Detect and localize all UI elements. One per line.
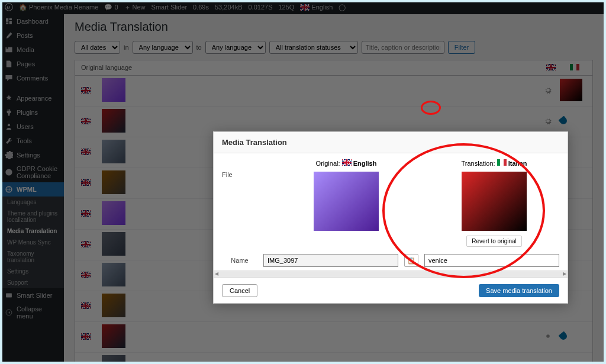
translation-column: Translation: Italian Revert to original bbox=[429, 159, 559, 247]
original-name-input bbox=[263, 254, 398, 267]
translation-preview bbox=[462, 172, 527, 231]
cancel-button[interactable]: Cancel bbox=[222, 284, 257, 297]
it-flag-icon bbox=[497, 159, 507, 166]
copy-button[interactable]: 📋 bbox=[404, 254, 418, 267]
uk-flag-icon bbox=[342, 159, 352, 166]
save-button[interactable]: Save media translation bbox=[479, 284, 559, 297]
file-label: File bbox=[222, 159, 263, 247]
original-column: Original: English bbox=[281, 159, 411, 247]
name-label: Name bbox=[222, 257, 257, 264]
original-preview bbox=[314, 172, 379, 231]
revert-button[interactable]: Revert to original bbox=[466, 236, 522, 247]
media-translation-modal: Media Translation File Original: English… bbox=[213, 131, 568, 304]
modal-title: Media Translation bbox=[214, 132, 568, 153]
modal-scrollbar[interactable] bbox=[214, 270, 568, 278]
translation-name-input[interactable] bbox=[424, 254, 559, 267]
